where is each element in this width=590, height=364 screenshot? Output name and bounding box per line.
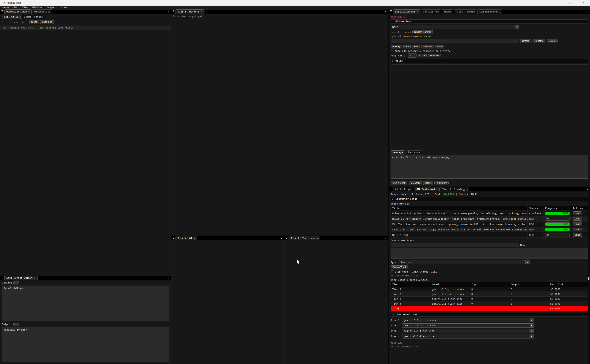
output-expand-button[interactable]: [+] — [13, 323, 19, 326]
panel-close-icon[interactable]: ✕ — [166, 277, 171, 279]
mma-scrollbar[interactable] — [588, 191, 590, 364]
menu-view-2[interactable]: View — [59, 6, 69, 9]
keep-pairs-minus-button[interactable]: - — [418, 54, 421, 57]
script-expand-button[interactable]: [+] — [13, 281, 19, 285]
to-history-button[interactable]: -> History — [435, 181, 449, 185]
dock-menu-icon[interactable]: ▼ — [389, 10, 393, 13]
panel-close-icon[interactable]: ✕ — [585, 188, 590, 191]
tab-tier2-tech-lead[interactable]: Tier 2: Tech Lead ✕ — [288, 236, 320, 240]
panel-close-icon[interactable]: ✕ — [166, 10, 171, 13]
collapse-all-button[interactable]: -All — [403, 45, 411, 48]
script-content-area[interactable]: Get-ChildItem — [2, 286, 169, 321]
keep-pairs-input[interactable]: 2 — [408, 53, 416, 58]
output-content-area[interactable]: REJECTED by user — [2, 327, 169, 363]
track-name-input[interactable] — [391, 243, 519, 247]
menu-project[interactable]: Project — [44, 6, 59, 9]
panel-close-icon[interactable]: ✕ — [383, 10, 388, 13]
tab-discussion-hub[interactable]: Discussion Hub ✕ — [393, 9, 420, 14]
tab-tier3-workers[interactable]: Tier 3: Workers ✕ — [175, 9, 204, 14]
tier-model-config-header[interactable]: ▼ Tier Model Config — [391, 312, 588, 317]
truncate-button[interactable]: Truncate — [428, 54, 441, 57]
message-textarea[interactable]: Read the first 10 lines of aggregate.py. — [391, 155, 588, 179]
dock-menu-icon[interactable]: ▼ — [0, 10, 4, 13]
message-tab[interactable]: Message — [391, 150, 405, 154]
tab-operations-hub[interactable]: Operations Hub ✕ — [4, 9, 32, 14]
load-button[interactable]: Load — [573, 211, 582, 215]
subtab-comms-history[interactable]: Comms History — [22, 15, 45, 19]
menu-windows[interactable]: Windows — [30, 6, 44, 9]
step-mode-checkbox[interactable] — [391, 270, 393, 273]
update-commit-button[interactable]: Update Commit — [412, 30, 433, 34]
tab-ai-settings[interactable]: AI Settings — [393, 187, 413, 191]
dock-menu-icon[interactable]: ▼ — [0, 277, 4, 279]
panel-close-icon[interactable]: ✕ — [279, 237, 284, 240]
tab-close-icon[interactable]: ✕ — [417, 10, 418, 13]
load-log-button[interactable]: Load Log — [40, 20, 54, 24]
tab-log-management[interactable]: Log Management — [477, 9, 502, 14]
dock-menu-icon[interactable]: ▼ — [285, 237, 288, 239]
discussion-select[interactable]: main ▼ — [391, 25, 519, 29]
clear-all-button[interactable]: Clear All — [421, 45, 434, 48]
tab-mma-dashboard[interactable]: MMA Dashboard ✕ — [414, 187, 440, 191]
create-track-button[interactable]: Create Track — [391, 266, 408, 269]
track-description-textarea[interactable] — [391, 248, 588, 259]
tab-close-icon[interactable]: ✕ — [34, 277, 35, 279]
tier1-model-select[interactable]: gemini-3.1-pro-preview ▼ — [402, 318, 534, 322]
track-row[interactable]: Build UI for context window utilization,… — [391, 216, 588, 221]
tab-tier4-qa[interactable]: Tier 4: QA ✕ — [175, 236, 197, 240]
add-entry-button[interactable]: + Entry — [391, 45, 402, 48]
reset-button[interactable]: Reset — [423, 181, 433, 185]
tier4-model-select[interactable]: gemini-2.5-flash-lite ▼ — [402, 334, 534, 338]
tab-last-script-output[interactable]: Last Script Output ✕ — [4, 276, 38, 280]
tab-context-hub[interactable]: Context Hub — [421, 9, 441, 14]
auto-add-checkbox[interactable] — [391, 50, 393, 52]
track-type-select[interactable]: feature ▼ — [399, 260, 530, 264]
tab-theme[interactable]: Theme — [442, 9, 453, 14]
dock-menu-icon[interactable]: ▼ — [389, 188, 393, 190]
tab-close-icon[interactable]: ✕ — [194, 237, 195, 240]
discussions-section-header[interactable]: ▼ Discussions — [391, 19, 588, 23]
tab-close-icon[interactable]: ✕ — [317, 237, 318, 240]
maximize-button[interactable]: □ — [564, 0, 577, 6]
mma-scrollbar-thumb[interactable] — [588, 277, 590, 280]
load-button[interactable]: Load — [573, 233, 582, 237]
dock-menu-icon[interactable]: ▼ — [172, 10, 175, 13]
rename-button[interactable]: Rename — [533, 39, 545, 43]
load-button[interactable]: Load — [573, 222, 582, 226]
tab-close-icon[interactable]: ✕ — [28, 10, 30, 13]
delete-button[interactable]: Delete — [547, 39, 557, 43]
tab-tier1-strategy[interactable]: Tier 1: Strategy — [440, 187, 468, 191]
menu-view[interactable]: View — [20, 6, 30, 9]
minimize-button[interactable]: – — [551, 0, 564, 6]
tab-diagnostics[interactable]: Diagnostics — [32, 9, 52, 14]
roles-section-header[interactable]: ▶ Roles — [391, 59, 588, 63]
track-row[interactable]: UX_SIM_TEST NEW 0% Load — [391, 232, 588, 238]
tab-close-icon[interactable]: ✕ — [201, 10, 202, 13]
load-button[interactable]: Load — [573, 217, 582, 221]
menu-manual-slop[interactable]: manual slop — [0, 6, 20, 9]
panel-close-icon[interactable]: ✕ — [383, 237, 388, 240]
discussion-name-input[interactable] — [391, 39, 519, 43]
conductor-setup-header[interactable]: ▶ Conductor Setup — [391, 197, 588, 201]
clear-button[interactable]: Clear — [29, 20, 39, 24]
panel-close-icon[interactable]: ✕ — [585, 10, 590, 13]
tier3-model-select[interactable]: gemini-2.5-flash-lite ▼ — [402, 329, 534, 333]
load-button[interactable]: Load — [573, 228, 582, 231]
tab-close-icon[interactable]: ✕ — [436, 188, 438, 191]
tab-files-media[interactable]: Files & Media — [454, 9, 477, 14]
gen-send-button[interactable]: Gen + Send — [391, 181, 407, 185]
dock-menu-icon[interactable]: ▼ — [172, 237, 175, 239]
md-only-button[interactable]: MD Only — [409, 181, 422, 185]
tool-call-log-row[interactable]: OUT request tool_call IN response tool_r… — [0, 26, 171, 30]
keep-pairs-plus-button[interactable]: + — [422, 54, 427, 57]
expand-all-button[interactable]: +All — [412, 45, 420, 48]
track-row[interactable]: Fix Tier 3 worker responses not reaching… — [391, 221, 588, 227]
tier2-model-select[interactable]: gemini-3-flash-preview ▼ — [402, 323, 534, 328]
response-tab[interactable]: Response — [406, 150, 422, 154]
save-button[interactable]: Save — [435, 45, 444, 48]
track-row[interactable]: Enhance existing MMA orchestration GUI: … — [391, 210, 588, 216]
create-button[interactable]: Create — [520, 39, 531, 43]
subtab-tool-calls[interactable]: Tool Calls — [2, 15, 20, 19]
track-row[interactable]: Stabilize visual_sim_mma_v2.py and mock_… — [391, 227, 588, 232]
close-button[interactable]: ✕ — [577, 0, 590, 6]
